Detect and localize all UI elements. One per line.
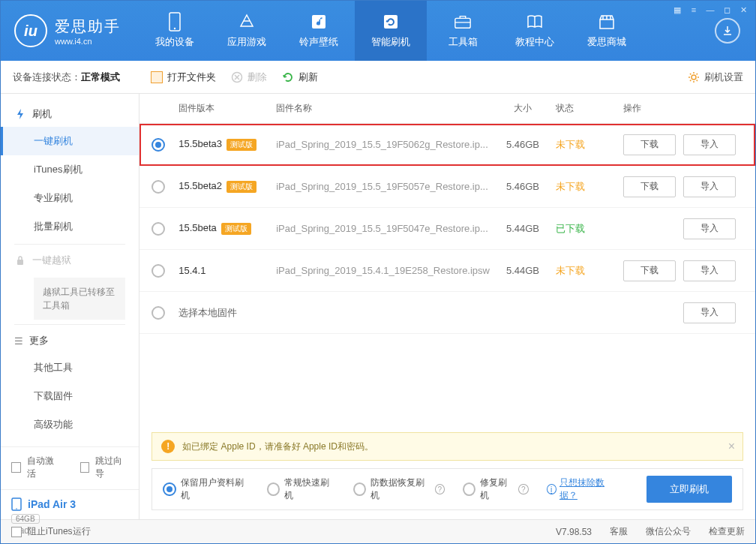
device-name: iPad Air 3 — [28, 498, 76, 510]
sidebar-item-pro-flash[interactable]: 专业刷机 — [1, 184, 139, 212]
info-icon[interactable]: ? — [435, 484, 445, 494]
import-button[interactable]: 导入 — [683, 176, 736, 197]
firmware-radio[interactable] — [152, 306, 165, 320]
open-folder-button[interactable]: 打开文件夹 — [151, 71, 216, 84]
download-button[interactable]: 下载 — [623, 176, 676, 197]
nav-ringtone-wallpaper[interactable]: 铃声壁纸 — [283, 1, 355, 61]
import-button[interactable]: 导入 — [683, 260, 736, 281]
window-controls: ▦ ≡ — ◻ ✕ — [671, 4, 749, 16]
import-button[interactable]: 导入 — [683, 134, 736, 155]
nav-label: 智能刷机 — [371, 35, 410, 49]
local-firmware-row[interactable]: 选择本地固件导入 — [140, 292, 755, 334]
bolt-icon — [14, 108, 26, 120]
firmware-row[interactable]: 15.4.1iPad_Spring_2019_15.4.1_19E258_Res… — [140, 250, 755, 292]
import-button[interactable]: 导入 — [683, 218, 736, 239]
logo-subtitle: www.i4.cn — [55, 37, 121, 46]
flash-opt-label: 修复刷机 — [480, 476, 514, 502]
firmware-version: 15.5beta2 — [178, 180, 222, 191]
alert-text: 如已绑定 Apple ID，请准备好 Apple ID和密码。 — [182, 440, 374, 453]
firmware-radio[interactable] — [152, 180, 165, 194]
sidebar-head-more[interactable]: ☰ 更多 — [1, 328, 139, 353]
download-button[interactable]: 下载 — [623, 134, 676, 155]
gear-icon — [688, 71, 700, 83]
nav-store[interactable]: 爱思商城 — [571, 1, 643, 61]
block-itunes-checkbox[interactable] — [11, 527, 22, 537]
flash-opt-keep-data[interactable]: 保留用户资料刷机 — [163, 476, 248, 502]
firmware-status: 已下载 — [556, 223, 585, 234]
logo: iu 爱思助手 www.i4.cn — [1, 14, 139, 47]
radio-icon — [163, 482, 176, 496]
sidebar-item-other-tools[interactable]: 其他工具 — [1, 353, 139, 382]
auto-activate-checkbox[interactable] — [11, 462, 21, 473]
apple-id-alert: ! 如已绑定 Apple ID，请准备好 Apple ID和密码。 × — [152, 432, 743, 461]
delete-button: 删除 — [231, 71, 267, 84]
firmware-radio[interactable] — [152, 222, 165, 236]
sidebar-head-flash[interactable]: 刷机 — [1, 101, 139, 127]
wechat-link[interactable]: 微信公众号 — [646, 525, 691, 538]
media-icon — [310, 13, 328, 31]
sidebar-head-label: 一键越狱 — [32, 254, 71, 267]
window-minimize-icon[interactable]: — — [704, 4, 716, 16]
col-size: 大小 — [490, 102, 556, 115]
nav-smart-flash[interactable]: 智能刷机 — [355, 1, 427, 61]
window-grid-icon[interactable]: ▦ — [671, 4, 683, 16]
download-manager-button[interactable] — [715, 18, 740, 44]
flash-opt-anti-recovery[interactable]: 防数据恢复刷机 ? — [353, 476, 445, 502]
info-icon[interactable]: ? — [518, 484, 528, 494]
window-maximize-icon[interactable]: ◻ — [721, 4, 733, 16]
flash-opt-label: 防数据恢复刷机 — [370, 476, 430, 502]
refresh-button[interactable]: 刷新 — [282, 71, 318, 84]
download-button[interactable]: 下载 — [623, 260, 676, 281]
support-link[interactable]: 客服 — [610, 525, 628, 538]
firmware-version: 15.5beta3 — [178, 138, 222, 149]
nav-label: 铃声壁纸 — [299, 35, 338, 49]
svg-rect-7 — [17, 260, 23, 265]
firmware-row[interactable]: 15.5beta2测试版iPad_Spring_2019_15.5_19F505… — [140, 166, 755, 208]
start-flash-button[interactable]: 立即刷机 — [646, 476, 732, 503]
main-area: 刷机 一键刷机 iTunes刷机 专业刷机 批量刷机 一键越狱 越狱工具已转移至… — [1, 94, 755, 519]
firmware-filename: iPad_Spring_2019_15.5_19F5047e_Restore.i… — [276, 223, 488, 234]
flash-opt-repair[interactable]: 修复刷机 ? — [463, 476, 529, 502]
firmware-row[interactable]: 15.5beta测试版iPad_Spring_2019_15.5_19F5047… — [140, 208, 755, 250]
flash-opt-label: 保留用户资料刷机 — [181, 476, 249, 502]
beta-badge: 测试版 — [221, 223, 251, 235]
import-button[interactable]: 导入 — [683, 302, 736, 323]
sidebar-item-oneclick-flash[interactable]: 一键刷机 — [1, 127, 139, 155]
auto-activate-label: 自动激活 — [27, 455, 60, 480]
svg-rect-4 — [455, 18, 470, 28]
svg-point-9 — [16, 508, 17, 509]
settings-label: 刷机设置 — [704, 71, 743, 84]
flash-opt-quick[interactable]: 常规快速刷机 — [267, 476, 335, 502]
col-ops: 操作 — [623, 102, 743, 115]
alert-close-button[interactable]: × — [728, 440, 735, 453]
delete-icon — [231, 71, 243, 83]
window-list-icon[interactable]: ≡ — [688, 4, 700, 16]
skip-guide-checkbox[interactable] — [80, 462, 90, 473]
apps-icon — [238, 13, 256, 31]
sidebar-item-batch-flash[interactable]: 批量刷机 — [1, 212, 139, 241]
store-icon — [598, 13, 616, 31]
nav-label: 应用游戏 — [227, 35, 266, 49]
firmware-radio[interactable] — [152, 264, 165, 278]
flash-settings-button[interactable]: 刷机设置 — [688, 71, 743, 84]
nav-tutorial-center[interactable]: 教程中心 — [499, 1, 571, 61]
lock-icon — [14, 255, 26, 266]
sidebar-bottom-options: 自动激活 跳过向导 — [1, 446, 139, 489]
nav-my-device[interactable]: 我的设备 — [139, 1, 211, 61]
erase-data-link[interactable]: i 只想抹除数据？ — [547, 476, 620, 502]
firmware-radio[interactable] — [152, 138, 165, 152]
col-name: 固件名称 — [276, 102, 490, 115]
firmware-version: 15.5beta — [178, 222, 217, 233]
warning-icon: ! — [161, 440, 175, 453]
flash-opt-label: 常规快速刷机 — [284, 476, 335, 502]
firmware-row[interactable]: 15.5beta3测试版iPad_Spring_2019_15.5_19F506… — [140, 124, 755, 166]
firmware-status: 未下载 — [556, 181, 585, 192]
sidebar-item-download-firmware[interactable]: 下载固件 — [1, 382, 139, 410]
nav-apps-games[interactable]: 应用游戏 — [211, 1, 283, 61]
check-update-link[interactable]: 检查更新 — [709, 525, 745, 538]
window-close-icon[interactable]: ✕ — [737, 4, 749, 16]
nav-toolbox[interactable]: 工具箱 — [427, 1, 499, 61]
firmware-size: 5.44GB — [506, 265, 539, 276]
sidebar-item-advanced[interactable]: 高级功能 — [1, 410, 139, 439]
sidebar-item-itunes-flash[interactable]: iTunes刷机 — [1, 155, 139, 184]
